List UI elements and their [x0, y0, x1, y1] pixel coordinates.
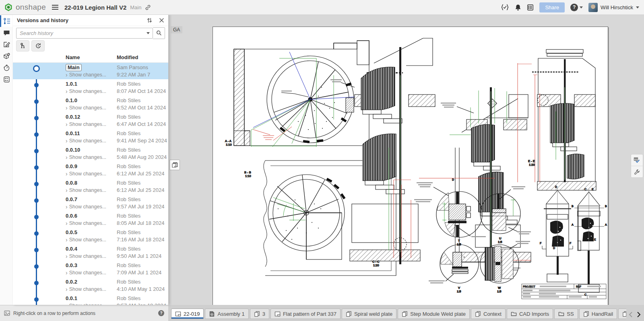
show-changes-link[interactable]: Show changes... [66, 302, 106, 305]
version-row[interactable]: 0.0.9 Show changes... Rob Stiles 6:12 AM… [13, 162, 168, 178]
version-row[interactable]: 0.0.1 Show changes... Rob Stiles 9:57 AM… [13, 294, 168, 305]
version-row[interactable]: 0.1.0 Show changes... Rob Stiles 6:52 AM… [13, 96, 168, 112]
feature-script-icon[interactable] [501, 4, 509, 10]
sidebar-comments-icon[interactable] [0, 27, 13, 39]
share-button[interactable]: Share [539, 2, 565, 12]
version-row[interactable]: 0.0.6 Show changes... Rob Stiles 8:05 AM… [13, 211, 168, 228]
document-tab[interactable]: 22-019 [171, 309, 204, 319]
version-node-icon[interactable] [34, 281, 39, 285]
document-tab[interactable]: SS [554, 309, 578, 319]
version-node-icon[interactable] [34, 149, 39, 153]
version-row[interactable]: Main Show changes... Sam Parsons 9:22 AM… [13, 63, 168, 79]
show-changes-link[interactable]: Show changes... [66, 187, 106, 194]
view-plan-aa[interactable]: A - A 1:10 [225, 41, 369, 147]
version-node-icon[interactable] [34, 198, 39, 203]
version-row[interactable]: 0.0.5 Show changes... Rob Stiles 7:16 AM… [13, 228, 168, 244]
document-tab[interactable]: Helix sandbox [618, 309, 626, 319]
version-node-icon[interactable] [34, 182, 39, 186]
version-node-icon[interactable] [33, 65, 40, 72]
version-row[interactable]: 1.0.1 Show changes... Rob Stiles 8:07 AM… [13, 79, 168, 96]
filter-restore-points-button[interactable] [31, 40, 45, 51]
sidebar-history-clock-icon[interactable] [0, 62, 13, 74]
close-panel-icon[interactable] [159, 17, 164, 23]
sheets-panel-toggle[interactable] [169, 160, 180, 170]
show-changes-link[interactable]: Show changes... [66, 286, 106, 293]
version-node-icon[interactable] [34, 264, 39, 269]
check-drawing-icon[interactable] [631, 154, 643, 166]
version-node-icon[interactable] [34, 165, 39, 170]
help-menu[interactable]: ? [570, 4, 583, 11]
tools-wrench-icon[interactable] [631, 166, 643, 177]
view-section-cc[interactable]: C - C 1:20 [330, 38, 435, 267]
drawing-canvas[interactable]: GA [168, 14, 644, 305]
version-row[interactable]: 0.0.8 Show changes... Rob Stiles 6:12 AM… [13, 178, 168, 195]
document-tab[interactable]: Flat pattern of Part 337 [270, 309, 341, 319]
document-tab[interactable]: HandRail [579, 309, 617, 319]
version-node-icon[interactable] [34, 248, 39, 252]
document-title[interactable]: 22-019 Legion Hall V2 [64, 4, 126, 11]
show-changes-link[interactable]: Show changes... [66, 220, 106, 227]
show-changes-link[interactable]: Show changes... [66, 71, 106, 78]
show-changes-link[interactable]: Show changes... [66, 154, 106, 161]
tabs-scroll-right-icon[interactable] [637, 312, 641, 317]
compare-versions-icon[interactable] [147, 17, 153, 23]
detail-circle-t[interactable]: T 1:5 [414, 182, 486, 246]
version-row[interactable]: 0.0.11 Show changes... Rob Stiles 9:41 A… [13, 129, 168, 145]
view-elevation-ce[interactable]: C E B B A A E C [572, 188, 607, 296]
version-row[interactable]: 0.0.2 Show changes... Rob Stiles 4:10 AM… [13, 277, 168, 294]
version-row[interactable]: 0.0.12 Show changes... Rob Stiles 6:47 A… [13, 112, 168, 129]
show-changes-link[interactable]: Show changes... [66, 170, 106, 177]
drawing-sheet[interactable]: A - A 1:10 [213, 27, 608, 305]
onshape-logo[interactable]: onshape [4, 3, 46, 12]
document-tab[interactable]: 3 [250, 309, 269, 319]
show-changes-link[interactable]: Show changes... [66, 104, 106, 111]
notifications-bell-icon[interactable] [515, 4, 521, 11]
version-author: Rob Stiles [117, 130, 167, 137]
show-changes-link[interactable]: Show changes... [66, 121, 106, 128]
search-button[interactable] [153, 27, 165, 39]
view-elevation-df[interactable]: D D F F [540, 185, 573, 282]
detail-circle-v[interactable]: V 1:5 [429, 245, 479, 293]
svg-text:A: A [605, 223, 607, 226]
copy-link-icon[interactable] [145, 4, 151, 10]
version-date: 6:47 AM Oct 14 2024 [117, 121, 166, 128]
version-node-icon[interactable] [34, 132, 39, 137]
version-node-icon[interactable] [34, 99, 39, 104]
sidebar-cutlist-icon[interactable] [0, 74, 13, 85]
document-tab[interactable]: Step Module Weld plate [398, 309, 470, 319]
search-history-input[interactable] [16, 28, 153, 39]
sidebar-versions-icon[interactable] [0, 15, 13, 27]
show-changes-link[interactable]: Show changes... [66, 88, 106, 95]
version-row[interactable]: 0.0.4 Show changes... Rob Stiles 9:50 AM… [13, 244, 168, 261]
feedback-list-icon[interactable] [527, 4, 534, 11]
version-row[interactable]: 0.0.3 Show changes... Rob Stiles 7:09 AM… [13, 261, 168, 277]
version-row[interactable]: 0.0.7 Show changes... Rob Stiles 9:57 AM… [13, 195, 168, 211]
version-node-icon[interactable] [34, 116, 39, 120]
tabs-scroll-left-icon[interactable] [629, 312, 633, 317]
show-changes-link[interactable]: Show changes... [66, 236, 106, 243]
main-menu-icon[interactable] [52, 4, 59, 10]
search-dropdown-caret-icon[interactable] [147, 32, 150, 34]
version-node-icon[interactable] [34, 215, 39, 219]
show-changes-link[interactable]: Show changes... [66, 269, 106, 276]
sidebar-parts-help-icon[interactable]: ? [0, 50, 13, 62]
view-section-d[interactable]: D [419, 87, 531, 271]
version-row[interactable]: 0.0.10 Show changes... Rob Stiles 5:48 A… [13, 145, 168, 162]
version-node-icon[interactable] [34, 297, 39, 302]
document-tab[interactable]: Context [471, 309, 506, 319]
document-tab[interactable]: CAD Imports [507, 309, 553, 319]
user-menu[interactable]: Will Hirschtick [588, 3, 639, 12]
status-help-icon[interactable]: ? [158, 310, 164, 316]
filter-branches-button[interactable] [16, 40, 29, 51]
version-node-icon[interactable] [34, 231, 39, 236]
version-name: Main [66, 64, 82, 71]
show-changes-link[interactable]: Show changes... [66, 137, 106, 144]
document-tab[interactable]: Spiral weld plate [342, 309, 396, 319]
show-changes-link[interactable]: Show changes... [66, 253, 106, 260]
show-changes-link[interactable]: Show changes... [66, 203, 106, 210]
document-tab[interactable]: Assembly 1 [205, 309, 248, 319]
version-author: Rob Stiles [117, 295, 166, 302]
version-node-icon[interactable] [34, 83, 39, 87]
view-section-ee[interactable]: E - E 1:20 [518, 49, 596, 190]
sidebar-notes-icon[interactable] [0, 39, 13, 50]
